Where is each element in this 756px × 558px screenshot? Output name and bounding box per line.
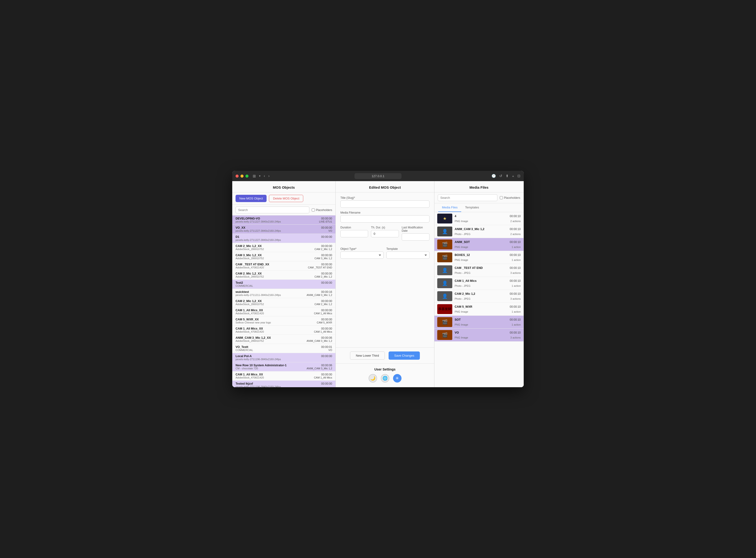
list-item[interactable]: CAM 1_All Mics_XX 00:00:00 AdobeStock_47…: [232, 326, 335, 335]
titlebar-controls: ⊞ ▾ ‹ ›: [252, 173, 271, 179]
last-mod-input[interactable]: [402, 233, 430, 240]
list-item[interactable]: CAM 1_All Mics_XX 00:00:00 AdobeStock_47…: [232, 307, 335, 316]
item-sub: AdobeStock_470821420: [236, 266, 306, 269]
new-mos-object-button[interactable]: New MOS Object: [236, 195, 267, 202]
list-item[interactable]: CAM _TEST AT END_XX 00:00:00 AdobeStock_…: [232, 261, 335, 271]
item-name: CAM 2_Mic 1,2_XX: [236, 300, 313, 303]
media-time: 00:00:10: [510, 305, 521, 308]
item-time: 00:00:00: [319, 217, 332, 220]
item-time: 00:00:00: [308, 263, 332, 266]
list-item[interactable]: DEVELOPING-VO 00:00:00 pexels-kelly-2711…: [232, 215, 335, 225]
media-time: 00:00:10: [510, 253, 521, 257]
forward-icon[interactable]: ›: [267, 173, 270, 179]
media-actions: 2 actions: [510, 233, 521, 235]
list-item[interactable]: CAM 2_Mic 1,2_XX 00:00:00 AdobeStock_286…: [232, 243, 335, 252]
list-item[interactable]: VO_XX 00:00:00 pexels-kelly-2711227-3840…: [232, 225, 335, 234]
list-item[interactable]: CAM 3_Mic 1,2_XX 00:00:00 AdobeStock_286…: [232, 252, 335, 261]
item-time: 00:00:00: [315, 272, 332, 275]
placeholders-checkbox[interactable]: [312, 208, 315, 211]
back-icon[interactable]: ‹: [263, 173, 266, 179]
chevron-down-icon[interactable]: ▾: [258, 174, 262, 178]
share-icon[interactable]: ⬆: [506, 174, 509, 178]
item-name: CAM 2_Mic 1,2_XX: [236, 245, 313, 248]
list-item[interactable]: Tested lkjzxf 00:00:00 pexels-kelly-2711…: [232, 381, 335, 387]
th-dur-input[interactable]: [371, 230, 399, 237]
list-item[interactable]: Test2 00:00:00 COMMERCIAL: [232, 280, 335, 289]
item-sub: pexels-kelly-2711196-3840x2160-24fps: [236, 358, 320, 361]
mos-search-input[interactable]: [236, 206, 309, 213]
list-item[interactable]: VO_Testt 00:00:01 COMMERCIAL VO: [232, 344, 335, 353]
media-time: 00:00:10: [510, 240, 521, 244]
item-name: CAM 1_All Mics_XX: [236, 309, 313, 312]
maximize-button[interactable]: [245, 175, 248, 178]
media-name: CAM 2_Mic 1,2: [455, 292, 507, 296]
new-lower-third-button[interactable]: New Lower Third: [350, 352, 385, 360]
list-item[interactable]: CAM 1_All Mics_XX 00:00:00 AdobeStock_47…: [232, 372, 335, 381]
media-list-item[interactable]: 🎬 BOXES_12 00:00:10 PNG Image 1 action: [434, 251, 523, 264]
media-list-item[interactable]: 👤 CAM 1_All Mics 00:00:10 Photo - JPEG 1…: [434, 277, 523, 290]
theme-globe-button[interactable]: 🌐: [381, 374, 389, 382]
theme-sun-button[interactable]: ✳: [393, 374, 402, 382]
mos-objects-list[interactable]: DEVELOPING-VO 00:00:00 pexels-kelly-2711…: [232, 215, 335, 387]
media-list-item[interactable]: 👤 CAM 2_Mic 1,2 00:00:10 Photo - JPEG 3 …: [434, 290, 523, 303]
media-name: CAM _TEST AT END: [455, 266, 507, 270]
refresh-icon[interactable]: ↺: [499, 174, 502, 178]
duration-input[interactable]: [341, 230, 368, 237]
media-actions: 1 action: [510, 258, 521, 261]
item-time: 00:00:00: [321, 281, 332, 284]
last-mod-label: Last Modification Date: [402, 226, 430, 232]
item-tag: ANIM_CAM 3_Mic 1,2: [306, 367, 332, 370]
list-item[interactable]: CAM 2_Mic 1,2_XX 00:00:00 AdobeStock_286…: [232, 271, 335, 280]
delete-mos-object-button[interactable]: Delete MOS Object: [269, 195, 303, 202]
save-changes-button[interactable]: Save Changes: [388, 352, 420, 360]
close-button[interactable]: [236, 175, 239, 178]
title-slug-input[interactable]: [341, 200, 430, 208]
media-list-item[interactable]: 👤 CAM _TEST AT END 00:00:10 Photo - JPEG…: [434, 264, 523, 277]
media-thumbnail: 👤: [437, 291, 452, 301]
list-item[interactable]: CAM 2_Mic 1,2_XX 00:00:00 AdobeStock_286…: [232, 298, 335, 307]
edited-mos-header: Edited MOS Object: [336, 181, 434, 193]
tab-media-files[interactable]: Media Files: [438, 203, 461, 212]
list-item[interactable]: New Row 10 System Administrator-1 00:00:…: [232, 362, 335, 372]
item-sub: AdobeStock_470821420: [236, 330, 313, 333]
item-time: 00:00:00: [317, 318, 332, 321]
media-search-input[interactable]: [438, 194, 497, 201]
media-type: PNG Image: [455, 310, 507, 313]
add-tab-icon[interactable]: +: [512, 174, 514, 178]
media-list-item[interactable]: 👤 ANIM_CAM 3_Mic 1,2 00:00:10 Photo - JP…: [434, 225, 523, 238]
item-sub: pexels-kelly-2711227-3840x2160-24fps: [236, 229, 320, 232]
media-placeholders-label[interactable]: Placeholders: [500, 196, 520, 200]
object-type-label: Object Type*: [341, 247, 384, 251]
media-filename-input[interactable]: [341, 215, 430, 223]
list-item[interactable]: ANIM_CAM 3_Mic 1,2_XX 00:00:06 AdobeStoc…: [232, 335, 335, 344]
sidebar-toggle-icon[interactable]: ⊞: [252, 173, 257, 179]
media-list-item[interactable]: 🎬 SOT 00:00:10 PNG Image 1 action: [434, 316, 523, 329]
media-list-item[interactable]: 🎬 ANIM_SOT 00:00:10 PNG Image 1 action: [434, 238, 523, 251]
media-list-item[interactable]: 🎬 VO 00:00:10 PNG Image 3 actions: [434, 329, 523, 341]
template-select[interactable]: [386, 252, 430, 259]
media-list-item[interactable]: 恭喜发财 CAM 5_WXR 00:00:10 PNG Image 1 acti…: [434, 303, 523, 316]
placeholders-label: Placeholders: [316, 208, 332, 212]
media-list[interactable]: ★ 4 00:00:10 PNG Image 2 actions 👤 ANIM_…: [434, 212, 523, 387]
list-item[interactable]: D1 00:00:00 pexels-kelly-2711227-3840x21…: [232, 234, 335, 243]
item-tag: [321, 358, 332, 361]
list-item[interactable]: wuicktest 00:00:16 pexels-kelly-2711211-…: [232, 289, 335, 298]
tab-templates[interactable]: Templates: [461, 203, 483, 212]
history-icon[interactable]: 🕐: [491, 174, 496, 178]
item-tag: CAM 3_Mic 1,2: [315, 257, 332, 260]
tabs-icon[interactable]: ⊡: [517, 174, 520, 178]
media-placeholders-checkbox[interactable]: [500, 196, 503, 199]
url-bar[interactable]: 127.0.0.1: [354, 173, 402, 179]
item-name: VO_XX: [236, 226, 320, 229]
media-thumbnail: 🎬: [437, 317, 452, 327]
object-type-select[interactable]: [341, 252, 384, 259]
media-list-item[interactable]: ★ 4 00:00:10 PNG Image 2 actions: [434, 212, 523, 225]
item-time: 00:00:16: [306, 290, 332, 294]
media-name: CAM 1_All Mics: [455, 279, 507, 282]
list-item[interactable]: CAM 5_WXR_XX 00:00:00 Softron Chinese ne…: [232, 316, 335, 326]
placeholders-checkbox-label[interactable]: Placeholders: [312, 208, 332, 212]
theme-moon-button[interactable]: 🌙: [369, 374, 377, 382]
minimize-button[interactable]: [241, 175, 244, 178]
list-item[interactable]: Local Pol-A 00:00:00 pexels-kelly-271119…: [232, 353, 335, 362]
item-name: Local Pol-A: [236, 355, 320, 358]
